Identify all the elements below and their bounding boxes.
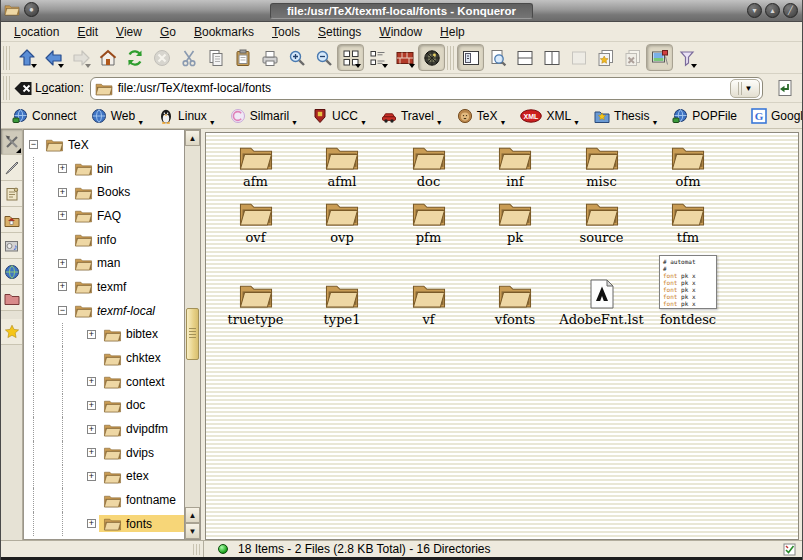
tree-node[interactable]: bin [70,160,184,177]
file-tfm[interactable]: tfm [645,193,732,245]
tree-item-texmf-local[interactable]: −texmf-local [24,299,184,323]
tree-scrollbar[interactable]: ▲ ▲ ▼ [184,129,201,540]
tree-item-fonts[interactable]: +fonts [24,512,184,536]
file-afm[interactable]: afm [212,137,299,189]
sticky-button[interactable]: ● [24,2,39,17]
file-ovf[interactable]: ovf [212,193,299,245]
menu-location[interactable]: Location [5,23,68,41]
remove-view-button[interactable] [565,44,592,71]
bookmark-web[interactable]: Web▼ [84,105,151,127]
bookmark-travel[interactable]: Travel▼ [374,105,450,127]
tree-item-tex[interactable]: −TeX [24,133,184,157]
tree-item-books[interactable]: +Books [24,180,184,204]
minimize-button[interactable]: ▾ [747,3,762,18]
scrollbar-thumb[interactable] [186,308,199,360]
menu-window[interactable]: Window [370,23,431,41]
tree-item-man[interactable]: +man [24,251,184,275]
file-inf[interactable]: inf [472,137,559,189]
go-button[interactable] [771,75,798,102]
file-pfm[interactable]: pfm [385,193,472,245]
toolbar-grip[interactable] [3,76,11,100]
tree-expander-plus[interactable]: + [87,448,96,457]
file-type1[interactable]: type1 [299,241,386,327]
find-file-button[interactable] [484,44,511,71]
up-button[interactable] [13,44,40,71]
tree-item-texmf[interactable]: +texmf [24,275,184,299]
tree-node[interactable]: etex [99,468,184,485]
sidebar-tab-history[interactable] [1,181,22,207]
zoom-in-button[interactable] [283,44,310,71]
close-button[interactable]: ╱ [783,3,798,18]
tree-item-dvipdfm[interactable]: +dvipdfm [24,417,184,441]
location-dropdown-button[interactable]: ▼ [730,79,760,98]
reload-button[interactable] [121,44,148,71]
tree-expander-plus[interactable]: + [87,519,96,528]
bookmark-linux[interactable]: Linux▼ [151,105,223,127]
tree-item-context[interactable]: +context [24,370,184,394]
sidebar-tab-bookmarks[interactable] [1,319,22,345]
tree-node[interactable]: fontname [99,492,184,509]
tree-item-bibtex[interactable]: +bibtex [24,323,184,347]
filter-button[interactable] [673,44,700,71]
active-view-marker-icon[interactable] [783,543,796,556]
home-button[interactable] [94,44,121,71]
image-preview-button[interactable] [646,44,673,71]
tree-node[interactable]: Books [70,184,184,201]
file-vf[interactable]: vf [385,241,472,327]
tree-expander-minus[interactable]: − [58,306,67,315]
location-combo[interactable]: file:/usr/TeX/texmf-local/fonts ▼ [90,77,763,100]
cut-button[interactable] [175,44,202,71]
close-tab-button[interactable] [619,44,646,71]
file-afml[interactable]: afml [299,137,386,189]
menu-go[interactable]: Go [151,23,185,41]
tree-item-fontname[interactable]: fontname [24,488,184,512]
zoom-out-button[interactable] [310,44,337,71]
tree-node[interactable]: fonts [99,515,184,532]
tree-node[interactable]: texmf-local [70,302,184,319]
show-sidebar-button[interactable] [457,44,484,71]
tree-item-doc[interactable]: +doc [24,394,184,418]
copy-button[interactable] [202,44,229,71]
split-view-top-bottom-button[interactable] [511,44,538,71]
tree-expander-plus[interactable]: + [87,401,96,410]
tree-item-bin[interactable]: +bin [24,157,184,181]
tree-node[interactable]: texmf [70,278,184,295]
tree-expander-plus[interactable]: + [87,472,96,481]
file-doc[interactable]: doc [385,137,472,189]
bookmark-thesis[interactable]: Thesis▼ [587,105,665,127]
print-button[interactable] [256,44,283,71]
file-icon-view[interactable]: afmafmldocinfmiscofmovfovppfmpksourcetfm… [205,132,799,540]
tree-node[interactable]: doc [99,397,184,414]
bookmark-ucc[interactable]: UCC▼ [305,105,374,127]
tree-expander-plus[interactable]: + [58,188,67,197]
tree-node[interactable]: dvips [99,444,184,461]
sidebar-tab-home-directory[interactable] [1,207,22,233]
split-view-left-right-button[interactable] [538,44,565,71]
menu-edit[interactable]: Edit [68,23,107,41]
tree-expander-minus[interactable]: − [29,140,38,149]
maximize-button[interactable]: ▴ [765,3,780,18]
tree-expander-plus[interactable]: + [58,164,67,173]
clear-location-icon[interactable] [13,80,33,97]
tree-node[interactable]: man [70,255,184,272]
file-source[interactable]: source [558,193,645,245]
stop-button[interactable] [148,44,175,71]
menu-settings[interactable]: Settings [309,23,370,41]
tree-node[interactable]: chktex [99,350,184,367]
tree-node[interactable]: FAQ [70,207,184,224]
file-misc[interactable]: misc [558,137,645,189]
tree-item-info[interactable]: info [24,228,184,252]
menu-view[interactable]: View [107,23,151,41]
gear-globe-button[interactable] [418,44,445,71]
paste-button[interactable] [229,44,256,71]
list-view-button[interactable] [364,44,391,71]
tree-node[interactable]: bibtex [99,326,184,343]
tree-node[interactable]: TeX [41,136,184,153]
back-button[interactable] [40,44,67,71]
tree-expander-plus[interactable]: + [87,425,96,434]
scroll-up-button-bottom[interactable]: ▲ [185,507,200,523]
sidebar-tab-services[interactable]: ♪ [1,233,22,259]
tree-expander-plus[interactable]: + [87,330,96,339]
file-adobefnt.lst[interactable]: AdobeFnt.lst [558,241,645,327]
tree-expander-plus[interactable]: + [87,377,96,386]
